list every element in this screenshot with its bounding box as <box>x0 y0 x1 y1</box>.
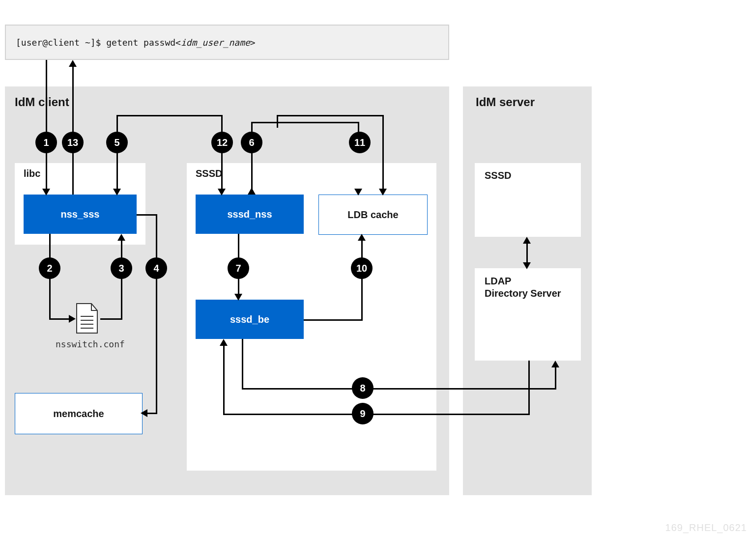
command-arg-close: > <box>250 37 256 48</box>
step-12: 12 <box>211 132 233 153</box>
step-2: 2 <box>39 257 60 279</box>
memcache-node: memcache <box>15 393 143 434</box>
ldap-label-line1: LDAP <box>485 276 511 286</box>
diagram-canvas: [user@client ~]$ getent passwd <idm_user… <box>0 0 747 560</box>
step-1: 1 <box>35 132 57 153</box>
sssd-client-panel-label: SSSD <box>196 168 222 179</box>
step-3: 3 <box>111 257 132 279</box>
server-panel-title: IdM server <box>476 95 535 109</box>
command-prefix: [user@client ~]$ getent passwd <box>16 37 175 48</box>
step-11: 11 <box>349 132 371 153</box>
ldb-cache-node: LDB cache <box>318 195 428 235</box>
step-6: 6 <box>241 132 262 153</box>
step-7: 7 <box>228 257 249 279</box>
step-4: 4 <box>145 257 167 279</box>
ldap-label-line2: Directory Server <box>485 288 561 299</box>
step-8: 8 <box>352 377 374 399</box>
footer-ref: 169_RHEL_0621 <box>665 522 747 533</box>
step-13: 13 <box>62 132 84 153</box>
nss-sss-node: nss_sss <box>24 195 137 234</box>
command-arg-open: < <box>175 37 181 48</box>
client-panel-title: IdM client <box>15 95 69 109</box>
step-9: 9 <box>352 403 374 424</box>
command-arg: idm_user_name <box>181 37 250 48</box>
libc-panel-label: libc <box>24 168 40 179</box>
nsswitch-conf-label: nsswitch.conf <box>56 339 125 349</box>
sssd-server-box: SSSD <box>475 163 581 237</box>
sssd-be-node: sssd_be <box>196 300 304 339</box>
sssd-nss-node: sssd_nss <box>196 195 304 234</box>
step-5: 5 <box>106 132 128 153</box>
ldap-ds-box: LDAPDirectory Server <box>475 268 581 361</box>
file-icon <box>75 303 99 334</box>
step-10: 10 <box>351 257 373 279</box>
command-bar: [user@client ~]$ getent passwd <idm_user… <box>5 25 449 60</box>
